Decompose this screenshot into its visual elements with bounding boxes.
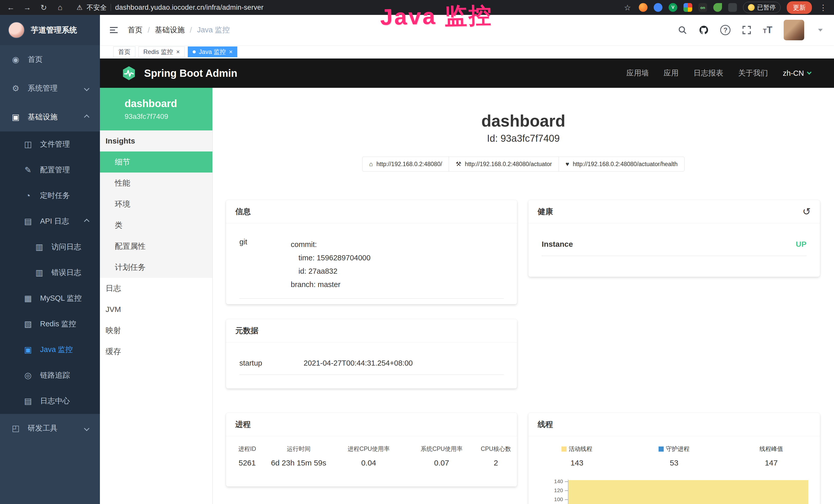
process-col-uptime: 运行时间 6d 23h 15m 59s — [266, 445, 332, 467]
process-card-title: 进程 — [226, 413, 517, 436]
avatar-caret-icon[interactable] — [818, 29, 823, 31]
sidebar-item-redis-monitor[interactable]: ▧ Redis 监控 — [0, 311, 100, 337]
heart-icon: ♥ — [566, 160, 569, 168]
search-icon[interactable] — [678, 25, 687, 35]
breadcrumb-infra[interactable]: 基础设施 — [155, 25, 185, 35]
process-col-sys-cpu: 系统CPU使用率 0.07 — [406, 445, 477, 467]
sidebar-item-api-log[interactable]: ▤ API 日志 — [0, 208, 100, 234]
reload-icon[interactable]: ↻ — [39, 3, 49, 12]
page-subtitle: Id: 93a3fc7f7409 — [213, 133, 834, 144]
back-icon[interactable]: ← — [6, 3, 16, 12]
sidebar-item-mysql-monitor[interactable]: ▦ MySQL 监控 — [0, 285, 100, 311]
url-text[interactable]: dashboard.yudao.iocoder.cn/infra/admin-s… — [115, 4, 264, 12]
sba-item-details[interactable]: 细节 — [100, 152, 213, 173]
sba-nav-applications[interactable]: 应用 — [664, 68, 679, 78]
process-col-cores: CPU核心数 2 — [477, 445, 514, 467]
sba-item-classes[interactable]: 类 — [100, 215, 213, 236]
sba-item-scheduled-tasks[interactable]: 计划任务 — [100, 257, 213, 278]
breadcrumb-home[interactable]: 首页 — [128, 25, 142, 35]
instance-url-button[interactable]: ⌂ http://192.168.0.2:48080/ — [362, 157, 449, 171]
instance-label: Instance — [542, 240, 573, 249]
hamburger-icon[interactable] — [100, 25, 128, 35]
sidebar-item-log-center[interactable]: ▤ 日志中心 — [0, 388, 100, 414]
paused-label: 已暂停 — [757, 3, 776, 12]
warning-icon: ⚠ — [76, 4, 83, 12]
sba-item-caches[interactable]: 缓存 — [100, 341, 213, 362]
sidebar-item-error-log[interactable]: ▥ 错误日志 — [0, 260, 100, 285]
sidebar-item-scheduled-jobs[interactable]: ◔ 定时任务 — [0, 183, 100, 208]
spring-boot-admin-logo-icon — [121, 65, 137, 81]
sidebar-item-system-mgmt[interactable]: ⚙ 系统管理 — [0, 74, 100, 103]
process-table: 进程ID 5261 运行时间 6d 23h 15m 59s 进程CPU使用率 0… — [226, 436, 517, 467]
address-bar[interactable]: ⚠ 不安全 dashboard.yudao.iocoder.cn/infra/a… — [76, 3, 264, 12]
font-size-icon[interactable]: TT — [763, 25, 772, 36]
sidebar-item-file-mgmt[interactable]: ◫ 文件管理 — [0, 132, 100, 157]
app-logo — [8, 22, 25, 38]
extension-on-badge[interactable]: on — [698, 3, 707, 12]
smiley-icon — [748, 4, 755, 11]
home-icon[interactable]: ⌂ — [55, 3, 65, 12]
sidebar-item-java-monitor[interactable]: ▣ Java 监控 — [0, 337, 100, 363]
tab-redis-monitor[interactable]: Redis 监控 × — [138, 46, 185, 57]
history-icon[interactable]: ↺ — [803, 206, 811, 217]
browser-menu-kebab-icon[interactable]: ⋮ — [818, 3, 828, 12]
sba-item-jvm[interactable]: JVM — [100, 299, 213, 320]
update-button[interactable]: 更新 — [787, 1, 812, 14]
sidebar-item-config-mgmt[interactable]: ✎ 配置管理 — [0, 157, 100, 183]
ytick-120: 120 — [530, 487, 563, 494]
legend-live-threads: 活动线程 143 — [528, 445, 626, 467]
sba-item-metrics[interactable]: 性能 — [100, 173, 213, 193]
sba-locale-select[interactable]: zh-CN — [783, 69, 811, 77]
fullscreen-icon[interactable] — [742, 25, 751, 35]
forward-icon[interactable]: → — [22, 3, 32, 12]
extension-leaf-icon[interactable] — [713, 3, 722, 12]
chevron-down-icon — [807, 70, 811, 74]
process-col-proc-cpu: 进程CPU使用率 0.04 — [332, 445, 406, 467]
sidebar-item-access-log[interactable]: ▥ 访问日志 — [0, 234, 100, 260]
breadcrumb-current: Java 监控 — [197, 25, 229, 35]
health-url-button[interactable]: ♥ http://192.168.0.2:48080/actuator/heal… — [559, 157, 684, 171]
tab-home[interactable]: 首页 — [113, 46, 135, 57]
extension-pin-icon[interactable] — [728, 3, 737, 12]
extension-v-icon[interactable]: V — [668, 3, 677, 12]
sidebar-item-dev-tools[interactable]: ◰ 研发工具 — [0, 414, 100, 443]
app-logo-area[interactable]: 芋道管理系统 — [0, 15, 100, 45]
metadata-startup-row: startup 2021-04-27T00:44:31.254+08:00 — [239, 359, 504, 375]
help-icon[interactable]: ? — [720, 25, 730, 35]
sba-nav-wallboard[interactable]: 应用墙 — [627, 68, 649, 78]
sidebar-item-infrastructure[interactable]: ▣ 基础设施 — [0, 103, 100, 132]
app-header: 首页 / 基础设施 / Java 监控 ? TT — [100, 15, 834, 45]
sidebar-item-trace[interactable]: ◎ 链路追踪 — [0, 363, 100, 388]
user-avatar[interactable] — [784, 20, 804, 40]
info-value: commit: time: 1596289704000 id: 27aa832 … — [291, 238, 371, 291]
chevron-up-icon — [84, 114, 89, 120]
paused-pill[interactable]: 已暂停 — [743, 2, 781, 13]
threads-card-title: 线程 — [528, 413, 820, 436]
sba-insights-section: Insights 细节 性能 环境 类 配置属性 计划任务 — [100, 131, 213, 278]
sba-item-config-props[interactable]: 配置属性 — [100, 236, 213, 257]
sba-item-logs[interactable]: 日志 — [100, 278, 213, 299]
info-key: git — [239, 238, 291, 291]
sidebar-item-home[interactable]: ◉ 首页 — [0, 45, 100, 74]
close-icon[interactable]: × — [229, 49, 233, 55]
bookmark-star-icon[interactable]: ☆ — [622, 3, 633, 12]
sba-nav-journal[interactable]: 日志报表 — [694, 68, 723, 78]
extension-drop-icon[interactable] — [654, 3, 662, 12]
dashboard-icon: ◉ — [10, 55, 21, 65]
tab-java-monitor[interactable]: Java 监控 × — [188, 46, 237, 57]
sba-item-environment[interactable]: 环境 — [100, 193, 213, 215]
chevron-down-icon — [84, 426, 89, 431]
threads-legend: 活动线程 143 守护进程 53 线程峰值 147 — [528, 436, 820, 467]
security-label: 不安全 — [87, 3, 107, 12]
extension-grid-icon[interactable] — [683, 3, 692, 12]
sba-item-mappings[interactable]: 映射 — [100, 320, 213, 341]
sba-sidebar: dashboard 93a3fc7f7409 Insights 细节 性能 环境… — [100, 88, 213, 504]
sba-brand[interactable]: Spring Boot Admin — [121, 65, 237, 81]
sba-nav-about[interactable]: 关于我们 — [738, 68, 768, 78]
sba-instance-header[interactable]: dashboard 93a3fc7f7409 — [100, 88, 213, 131]
sba-header: Spring Boot Admin 应用墙 应用 日志报表 关于我们 zh-CN — [100, 59, 834, 88]
actuator-url-button[interactable]: ⚒ http://192.168.0.2:48080/actuator — [449, 157, 559, 171]
close-icon[interactable]: × — [176, 49, 180, 55]
extension-fox-icon[interactable] — [639, 3, 648, 12]
github-icon[interactable] — [699, 25, 709, 35]
